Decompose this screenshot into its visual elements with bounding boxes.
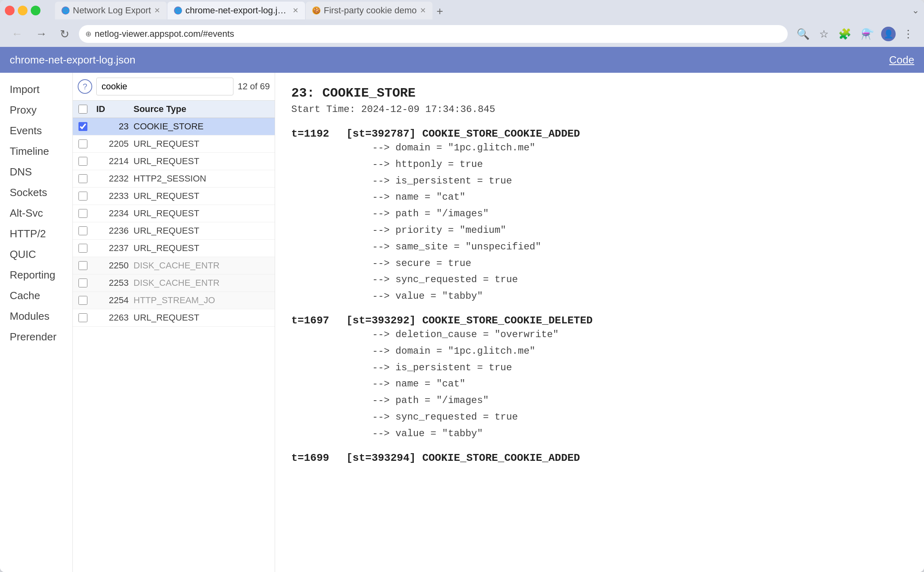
title-bar: 🌐 Network Log Export ✕ 🌐 chrome-net-expo… bbox=[0, 0, 924, 21]
row-id: 2233 bbox=[93, 191, 134, 201]
row-source-type: URL_REQUEST bbox=[134, 191, 275, 201]
code-link[interactable]: Code bbox=[889, 54, 914, 66]
row-checkbox-col bbox=[73, 222, 93, 239]
sidebar-item-import[interactable]: Import bbox=[0, 79, 72, 100]
lab-flask-button[interactable]: ⚗️ bbox=[858, 25, 876, 43]
row-checkbox-col bbox=[73, 205, 93, 222]
search-icon-button[interactable]: 🔍 bbox=[794, 25, 812, 43]
row-checkbox[interactable] bbox=[78, 261, 87, 270]
new-tab-button[interactable]: + bbox=[433, 3, 446, 19]
search-input[interactable] bbox=[96, 78, 233, 95]
attr-line: --> domain = "1pc.glitch.me" bbox=[372, 140, 908, 156]
table-row[interactable]: 2205 URL_REQUEST bbox=[73, 135, 275, 153]
table-row[interactable]: 23 COOKIE_STORE bbox=[73, 118, 275, 135]
back-button[interactable]: ← bbox=[8, 26, 26, 42]
tab-icon-cookie: 🍪 bbox=[312, 6, 320, 15]
sidebar-item-alt-svc[interactable]: Alt-Svc bbox=[0, 203, 72, 224]
sidebar-item-cache[interactable]: Cache bbox=[0, 285, 72, 306]
minimize-window-button[interactable] bbox=[18, 6, 28, 15]
forward-button[interactable]: → bbox=[32, 26, 50, 42]
table-row[interactable]: 2254 HTTP_STREAM_JO bbox=[73, 292, 275, 309]
tab-label-export: Network Log Export bbox=[73, 5, 151, 16]
address-bar: ← → ↻ ⊕ netlog-viewer.appspot.com/#event… bbox=[0, 21, 924, 47]
event-name: COOKIE_STORE_COOKIE_DELETED bbox=[422, 314, 593, 327]
traffic-lights bbox=[5, 6, 40, 15]
row-source-type: URL_REQUEST bbox=[134, 226, 275, 236]
row-source-type: COOKIE_STORE bbox=[134, 121, 275, 132]
url-bar[interactable]: ⊕ netlog-viewer.appspot.com/#events bbox=[79, 25, 788, 43]
row-source-type: DISK_CACHE_ENTR bbox=[134, 278, 275, 288]
table-row[interactable]: 2232 HTTP2_SESSION bbox=[73, 170, 275, 188]
row-checkbox-col bbox=[73, 240, 93, 257]
tab-icon-export: 🌐 bbox=[61, 6, 70, 15]
attr-line: --> sync_requested = true bbox=[372, 272, 908, 288]
row-source-type: URL_REQUEST bbox=[134, 208, 275, 219]
select-all-checkbox[interactable] bbox=[78, 105, 87, 114]
row-checkbox[interactable] bbox=[78, 174, 87, 183]
maximize-window-button[interactable] bbox=[31, 6, 40, 15]
tab-network-log-export[interactable]: 🌐 Network Log Export ✕ bbox=[55, 2, 167, 19]
header-id: ID bbox=[93, 104, 134, 114]
event-st: [st=393292] bbox=[346, 314, 416, 327]
help-button[interactable]: ? bbox=[78, 79, 92, 94]
tab-list-chevron[interactable]: ⌄ bbox=[912, 5, 919, 16]
reload-button[interactable]: ↻ bbox=[57, 26, 72, 42]
table-row[interactable]: 2250 DISK_CACHE_ENTR bbox=[73, 257, 275, 274]
row-source-type: DISK_CACHE_ENTR bbox=[134, 260, 275, 271]
sidebar-item-sockets[interactable]: Sockets bbox=[0, 182, 72, 203]
tab-chrome-net-export[interactable]: 🌐 chrome-net-export-log.json ✕ bbox=[167, 2, 305, 19]
row-checkbox[interactable] bbox=[78, 244, 87, 253]
row-checkbox[interactable] bbox=[78, 296, 87, 305]
table-row[interactable]: 2263 URL_REQUEST bbox=[73, 309, 275, 327]
table-row[interactable]: 2233 URL_REQUEST bbox=[73, 188, 275, 205]
sidebar-item-timeline[interactable]: Timeline bbox=[0, 141, 72, 162]
row-checkbox-col bbox=[73, 292, 93, 309]
tabs-bar: 🌐 Network Log Export ✕ 🌐 chrome-net-expo… bbox=[49, 2, 905, 19]
row-checkbox[interactable] bbox=[78, 209, 87, 218]
sidebar-item-reporting[interactable]: Reporting bbox=[0, 265, 72, 285]
tab-close-json[interactable]: ✕ bbox=[292, 6, 299, 15]
row-checkbox[interactable] bbox=[78, 122, 87, 131]
menu-button[interactable]: ⋮ bbox=[901, 25, 916, 43]
detail-event-line: t=1697 [st=393292] COOKIE_STORE_COOKIE_D… bbox=[291, 314, 908, 327]
row-checkbox-col bbox=[73, 118, 93, 135]
row-checkbox[interactable] bbox=[78, 139, 87, 148]
event-attrs: --> deletion_cause = "overwrite" --> dom… bbox=[291, 327, 908, 442]
row-checkbox[interactable] bbox=[78, 279, 87, 287]
table-row[interactable]: 2214 URL_REQUEST bbox=[73, 153, 275, 170]
sidebar-item-proxy[interactable]: Proxy bbox=[0, 100, 72, 120]
tab-close-cookie[interactable]: ✕ bbox=[420, 6, 426, 15]
table-header: ID Source Type bbox=[73, 101, 275, 118]
tab-first-party-cookie[interactable]: 🍪 First-party cookie demo ✕ bbox=[306, 2, 432, 19]
extension-puzzle-button[interactable]: 🧩 bbox=[836, 25, 854, 43]
main-content: Import Proxy Events Timeline DNS Sockets… bbox=[0, 73, 924, 572]
table-row[interactable]: 2253 DISK_CACHE_ENTR bbox=[73, 274, 275, 292]
table-row[interactable]: 2234 URL_REQUEST bbox=[73, 205, 275, 222]
sidebar-item-http2[interactable]: HTTP/2 bbox=[0, 224, 72, 244]
row-checkbox-col bbox=[73, 153, 93, 170]
row-checkbox[interactable] bbox=[78, 157, 87, 166]
count-label: 12 of 69 bbox=[237, 81, 270, 92]
sidebar-item-dns[interactable]: DNS bbox=[0, 162, 72, 182]
row-checkbox[interactable] bbox=[78, 226, 87, 235]
app-header: chrome-net-export-log.json Code bbox=[0, 47, 924, 73]
detail-panel: 23: COOKIE_STORE Start Time: 2024-12-09 … bbox=[275, 73, 924, 572]
table-row[interactable]: 2236 URL_REQUEST bbox=[73, 222, 275, 240]
row-checkbox-col bbox=[73, 274, 93, 291]
table-row[interactable]: 2237 URL_REQUEST bbox=[73, 240, 275, 257]
bookmark-button[interactable]: ☆ bbox=[817, 25, 831, 43]
row-checkbox[interactable] bbox=[78, 192, 87, 201]
profile-icon[interactable]: 👤 bbox=[881, 27, 896, 41]
sidebar-item-quic[interactable]: QUIC bbox=[0, 244, 72, 265]
detail-event-entry: t=1192 [st=392787] COOKIE_STORE_COOKIE_A… bbox=[291, 128, 908, 305]
event-st: [st=393294] bbox=[346, 452, 416, 464]
row-checkbox[interactable] bbox=[78, 313, 87, 322]
sidebar-item-events[interactable]: Events bbox=[0, 120, 72, 141]
row-id: 2263 bbox=[93, 312, 134, 323]
row-id: 2234 bbox=[93, 208, 134, 219]
tab-close-export[interactable]: ✕ bbox=[154, 6, 160, 15]
sidebar-item-modules[interactable]: Modules bbox=[0, 306, 72, 327]
sidebar-item-prerender[interactable]: Prerender bbox=[0, 327, 72, 347]
attr-line: --> secure = true bbox=[372, 255, 908, 272]
close-window-button[interactable] bbox=[5, 6, 15, 15]
